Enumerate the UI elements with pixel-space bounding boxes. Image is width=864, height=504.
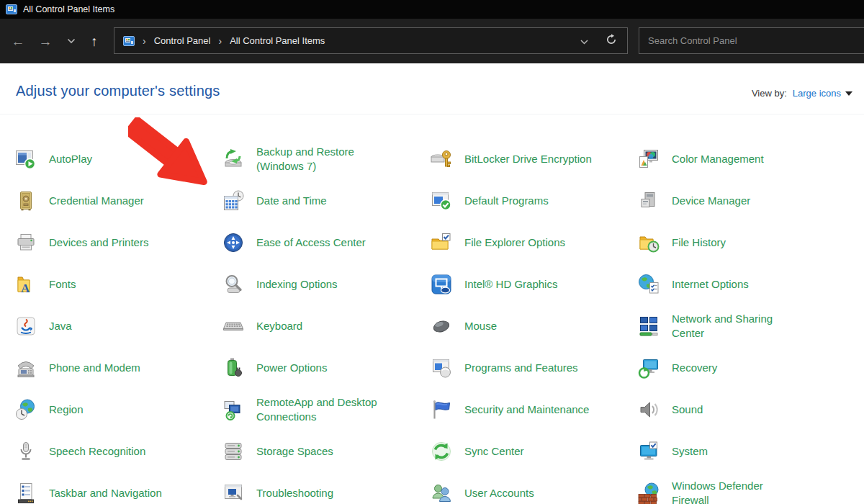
cpl-item-label: Recovery bbox=[672, 361, 717, 375]
network-sharing-icon bbox=[637, 315, 660, 338]
cpl-item-sync-center[interactable]: Sync Center bbox=[430, 431, 637, 472]
cpl-item-sound[interactable]: Sound bbox=[637, 389, 853, 431]
file-history-icon bbox=[637, 231, 660, 254]
color-management-icon bbox=[637, 148, 660, 171]
up-icon[interactable]: ↑ bbox=[82, 19, 107, 63]
cpl-item-label: Troubleshooting bbox=[256, 486, 333, 500]
cpl-item-autoplay[interactable]: AutoPlay bbox=[14, 138, 222, 180]
credential-manager-icon bbox=[14, 189, 37, 212]
cpl-item-credential-manager[interactable]: Credential Manager bbox=[14, 180, 222, 222]
cpl-item-windows-defender-firewall[interactable]: Windows DefenderFirewall bbox=[637, 472, 853, 504]
date-time-icon bbox=[222, 189, 245, 212]
ease-of-access-icon bbox=[222, 231, 245, 254]
windows-defender-firewall-icon bbox=[637, 482, 660, 504]
taskbar-icon bbox=[14, 482, 37, 504]
cpl-item-label: Backup and Restore(Windows 7) bbox=[256, 145, 354, 174]
cpl-item-default-programs[interactable]: Default Programs bbox=[430, 180, 637, 222]
troubleshooting-icon bbox=[222, 482, 245, 504]
cpl-item-indexing-options[interactable]: Indexing Options bbox=[222, 264, 430, 305]
cpl-item-internet-options[interactable]: Internet Options bbox=[637, 264, 853, 305]
cpl-item-label: Phone and Modem bbox=[49, 361, 140, 375]
search-box[interactable] bbox=[639, 27, 864, 54]
cpl-item-label: Default Programs bbox=[464, 194, 549, 208]
control-panel-items-grid: AutoPlay Backup and Restore(Windows 7) B… bbox=[14, 138, 864, 504]
cpl-item-power-options[interactable]: Power Options bbox=[222, 347, 430, 389]
mouse-icon bbox=[430, 315, 453, 338]
cpl-item-color-management[interactable]: Color Management bbox=[637, 138, 853, 180]
address-bar[interactable]: › Control Panel › All Control Panel Item… bbox=[114, 27, 628, 54]
cpl-item-ease-of-access-center[interactable]: Ease of Access Center bbox=[222, 222, 430, 264]
cpl-item-storage-spaces[interactable]: Storage Spaces bbox=[222, 431, 430, 472]
back-icon[interactable]: ← bbox=[6, 19, 30, 63]
cpl-item-region[interactable]: Region bbox=[14, 389, 222, 431]
cpl-item-label: Device Manager bbox=[672, 194, 750, 208]
search-input[interactable] bbox=[639, 28, 864, 53]
cpl-item-label: Java bbox=[49, 319, 72, 333]
power-options-icon bbox=[222, 356, 245, 379]
cpl-item-taskbar-and-navigation[interactable]: Taskbar and Navigation bbox=[14, 472, 222, 504]
cpl-item-backup-and-restore-windows-7[interactable]: Backup and Restore(Windows 7) bbox=[222, 138, 430, 180]
cpl-item-label: File History bbox=[672, 235, 726, 250]
cpl-item-programs-and-features[interactable]: Programs and Features bbox=[430, 347, 637, 389]
cpl-item-label: Storage Spaces bbox=[256, 444, 333, 459]
programs-features-icon bbox=[430, 356, 453, 379]
cpl-item-bitlocker-drive-encryption[interactable]: BitLocker Drive Encryption bbox=[430, 138, 637, 180]
cpl-item-label: Mouse bbox=[464, 319, 497, 333]
cpl-item-remoteapp-and-desktop-connections[interactable]: RemoteApp and DesktopConnections bbox=[222, 389, 430, 431]
cpl-item-label: BitLocker Drive Encryption bbox=[464, 152, 592, 166]
cpl-item-phone-and-modem[interactable]: Phone and Modem bbox=[14, 347, 222, 389]
devices-printers-icon bbox=[14, 231, 37, 254]
cpl-item-devices-and-printers[interactable]: Devices and Printers bbox=[14, 222, 222, 264]
breadcrumb-separator: › bbox=[218, 35, 222, 47]
cpl-item-fonts[interactable]: A Fonts bbox=[14, 264, 222, 305]
cpl-item-label: Ease of Access Center bbox=[256, 235, 366, 250]
cpl-item-label: Indexing Options bbox=[256, 277, 338, 292]
cpl-item-label: Sync Center bbox=[464, 444, 524, 459]
cpl-item-label: User Accounts bbox=[464, 486, 534, 500]
system-icon bbox=[637, 440, 660, 463]
cpl-item-recovery[interactable]: Recovery bbox=[637, 347, 853, 389]
cpl-item-mouse[interactable]: Mouse bbox=[430, 305, 637, 347]
cpl-item-file-explorer-options[interactable]: File Explorer Options bbox=[430, 222, 637, 264]
cpl-item-label: Windows DefenderFirewall bbox=[672, 479, 763, 504]
address-dropdown-chevron-icon[interactable] bbox=[580, 35, 588, 48]
indexing-options-icon bbox=[222, 273, 245, 296]
cpl-item-keyboard[interactable]: Keyboard bbox=[222, 305, 430, 347]
cpl-item-label: Power Options bbox=[256, 361, 327, 375]
bitlocker-icon bbox=[430, 148, 453, 171]
cpl-item-label: Taskbar and Navigation bbox=[49, 486, 162, 500]
cpl-item-system[interactable]: System bbox=[637, 431, 853, 472]
sync-center-icon bbox=[430, 440, 453, 463]
cpl-item-security-and-maintenance[interactable]: Security and Maintenance bbox=[430, 389, 637, 431]
control-panel-breadcrumb-icon bbox=[123, 35, 135, 47]
cpl-item-speech-recognition[interactable]: Speech Recognition bbox=[14, 431, 222, 472]
cpl-item-label: Internet Options bbox=[672, 277, 749, 292]
recent-locations-chevron-icon[interactable] bbox=[59, 19, 84, 63]
view-by-value: Large icons bbox=[793, 88, 841, 99]
cpl-item-label: Keyboard bbox=[256, 319, 302, 333]
autoplay-icon bbox=[14, 148, 37, 171]
cpl-item-date-and-time[interactable]: Date and Time bbox=[222, 180, 430, 222]
cpl-item-intel-hd-graphics[interactable]: Intel® HD Graphics bbox=[430, 264, 637, 305]
cpl-item-file-history[interactable]: File History bbox=[637, 222, 853, 264]
cpl-item-network-and-sharing-center[interactable]: Network and SharingCenter bbox=[637, 305, 853, 347]
breadcrumb-control-panel[interactable]: Control Panel bbox=[154, 35, 211, 46]
phone-modem-icon bbox=[14, 356, 37, 379]
forward-icon[interactable]: → bbox=[33, 19, 58, 63]
cpl-item-label: Network and SharingCenter bbox=[672, 312, 773, 341]
recovery-icon bbox=[637, 356, 660, 379]
keyboard-icon bbox=[222, 315, 245, 338]
refresh-icon[interactable] bbox=[606, 34, 617, 48]
sound-icon bbox=[637, 398, 660, 421]
cpl-item-java[interactable]: Java bbox=[14, 305, 222, 347]
cpl-item-user-accounts[interactable]: User Accounts bbox=[430, 472, 637, 504]
breadcrumb-all-control-panel-items[interactable]: All Control Panel Items bbox=[230, 35, 325, 46]
cpl-item-troubleshooting[interactable]: Troubleshooting bbox=[222, 472, 430, 504]
cpl-item-device-manager[interactable]: Device Manager bbox=[637, 180, 853, 222]
cpl-item-label: RemoteApp and DesktopConnections bbox=[256, 395, 377, 424]
java-icon bbox=[14, 315, 37, 338]
cpl-item-label: Fonts bbox=[49, 277, 76, 292]
window-title: All Control Panel Items bbox=[23, 4, 114, 14]
view-by-dropdown[interactable]: Large icons bbox=[793, 88, 852, 99]
remoteapp-icon bbox=[222, 398, 245, 421]
